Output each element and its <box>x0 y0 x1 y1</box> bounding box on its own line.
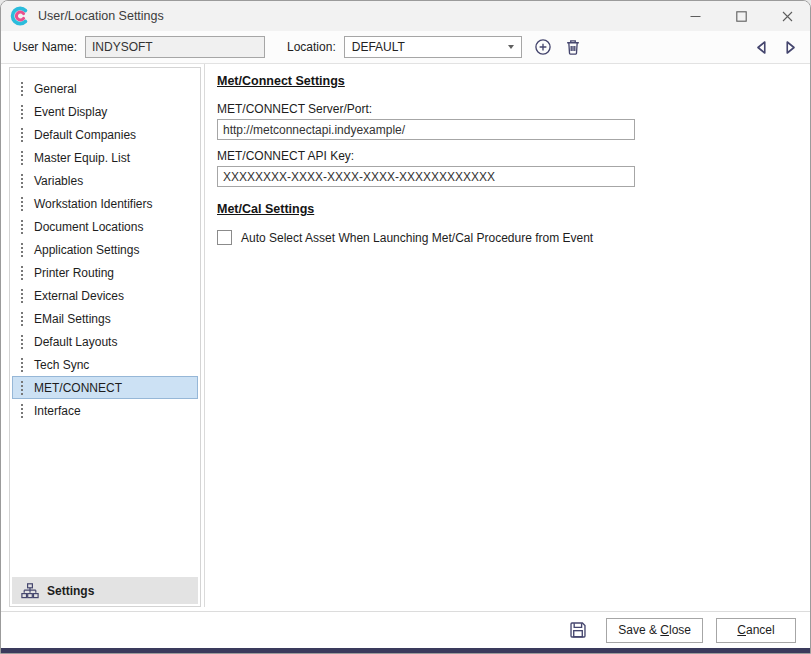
sidebar-item-external-devices[interactable]: External Devices <box>12 284 198 307</box>
maximize-icon[interactable] <box>718 1 764 31</box>
grip-dots-icon <box>21 334 24 349</box>
sidebar-item-application-settings[interactable]: Application Settings <box>12 238 198 261</box>
sidebar-item-general[interactable]: General <box>12 77 198 100</box>
close-icon[interactable] <box>764 1 810 31</box>
location-select[interactable]: DEFAULT <box>344 36 522 58</box>
sidebar-item-event-display[interactable]: Event Display <box>12 100 198 123</box>
record-toolbar: User Name: Location: DEFAULT <box>1 31 810 64</box>
grip-dots-icon <box>21 81 24 96</box>
save-icon[interactable] <box>569 621 587 639</box>
sidebar-nav-list: GeneralEvent DisplayDefault CompaniesMas… <box>10 68 200 575</box>
sidebar-item-label: Printer Routing <box>34 266 114 280</box>
sidebar-item-default-layouts[interactable]: Default Layouts <box>12 330 198 353</box>
grip-dots-icon <box>21 104 24 119</box>
sidebar-item-met-connect[interactable]: MET/CONNECT <box>12 376 198 399</box>
previous-record-icon[interactable] <box>754 40 769 55</box>
window-controls <box>672 1 810 31</box>
user-name-label: User Name: <box>13 40 77 54</box>
grip-dots-icon <box>21 173 24 188</box>
sidebar-item-label: Application Settings <box>34 243 139 257</box>
sidebar-item-label: Master Equip. List <box>34 151 130 165</box>
sidebar-item-master-equip-list[interactable]: Master Equip. List <box>12 146 198 169</box>
grip-dots-icon <box>21 242 24 257</box>
metconnect-settings-heading: Met/Connect Settings <box>217 74 810 88</box>
window-bottom-accent <box>1 648 810 653</box>
content-area: GeneralEvent DisplayDefault CompaniesMas… <box>1 64 810 611</box>
server-port-field: MET/CONNECT Server/Port: <box>217 102 810 140</box>
sidebar-item-label: General <box>34 82 77 96</box>
sidebar-item-document-locations[interactable]: Document Locations <box>12 215 198 238</box>
settings-section-label: Settings <box>47 584 94 598</box>
chevron-down-icon <box>508 45 514 49</box>
settings-panel: Met/Connect Settings MET/CONNECT Server/… <box>204 64 810 607</box>
record-navigation <box>754 40 798 55</box>
grip-dots-icon <box>21 127 24 142</box>
grip-dots-icon <box>21 403 24 418</box>
sidebar-item-label: External Devices <box>34 289 124 303</box>
sidebar-item-label: Workstation Identifiers <box>34 197 153 211</box>
server-port-input[interactable] <box>217 119 635 140</box>
delete-location-icon[interactable] <box>564 38 582 56</box>
sidebar-item-tech-sync[interactable]: Tech Sync <box>12 353 198 376</box>
sidebar-item-email-settings[interactable]: EMail Settings <box>12 307 198 330</box>
grip-dots-icon <box>21 196 24 211</box>
grip-dots-icon <box>21 150 24 165</box>
grip-dots-icon <box>21 288 24 303</box>
sidebar-item-label: Interface <box>34 404 81 418</box>
add-location-icon[interactable] <box>534 38 552 56</box>
auto-select-asset-label: Auto Select Asset When Launching Met/Cal… <box>241 231 593 245</box>
user-location-settings-window: User/Location Settings User Name: Locati… <box>0 0 811 654</box>
sidebar-item-label: Event Display <box>34 105 107 119</box>
metcal-settings-heading: Met/Cal Settings <box>217 202 810 216</box>
settings-sidebar: GeneralEvent DisplayDefault CompaniesMas… <box>9 67 201 607</box>
grip-dots-icon <box>21 219 24 234</box>
auto-select-asset-checkbox[interactable] <box>217 230 232 245</box>
minimize-icon[interactable] <box>672 1 718 31</box>
grip-dots-icon <box>21 265 24 280</box>
app-logo-icon <box>10 6 30 26</box>
sidebar-item-label: Document Locations <box>34 220 143 234</box>
api-key-input[interactable] <box>217 166 635 187</box>
grip-dots-icon <box>21 380 24 395</box>
grip-dots-icon <box>21 311 24 326</box>
sidebar-item-label: EMail Settings <box>34 312 111 326</box>
auto-select-asset-row: Auto Select Asset When Launching Met/Cal… <box>217 230 810 245</box>
location-selected-value: DEFAULT <box>352 40 405 54</box>
server-port-label: MET/CONNECT Server/Port: <box>217 102 810 116</box>
save-close-button[interactable]: Save & Close <box>606 618 703 643</box>
sidebar-item-label: Default Layouts <box>34 335 117 349</box>
sidebar-item-default-companies[interactable]: Default Companies <box>12 123 198 146</box>
next-record-icon[interactable] <box>783 40 798 55</box>
sidebar-item-interface[interactable]: Interface <box>12 399 198 422</box>
sidebar-item-printer-routing[interactable]: Printer Routing <box>12 261 198 284</box>
window-title: User/Location Settings <box>38 9 164 23</box>
sidebar-item-workstation-identifiers[interactable]: Workstation Identifiers <box>12 192 198 215</box>
location-label: Location: <box>287 40 336 54</box>
org-chart-icon <box>21 583 39 599</box>
api-key-field: MET/CONNECT API Key: <box>217 149 810 187</box>
dialog-footer: Save & Close Cancel <box>1 611 810 648</box>
sidebar-item-label: Variables <box>34 174 83 188</box>
sidebar-item-variables[interactable]: Variables <box>12 169 198 192</box>
settings-section-button[interactable]: Settings <box>12 577 198 604</box>
cancel-button[interactable]: Cancel <box>716 618 796 643</box>
sidebar-item-label: Default Companies <box>34 128 136 142</box>
grip-dots-icon <box>21 357 24 372</box>
title-bar: User/Location Settings <box>1 1 810 31</box>
sidebar-item-label: MET/CONNECT <box>34 381 122 395</box>
sidebar-item-label: Tech Sync <box>34 358 89 372</box>
user-name-input <box>85 36 265 58</box>
api-key-label: MET/CONNECT API Key: <box>217 149 810 163</box>
